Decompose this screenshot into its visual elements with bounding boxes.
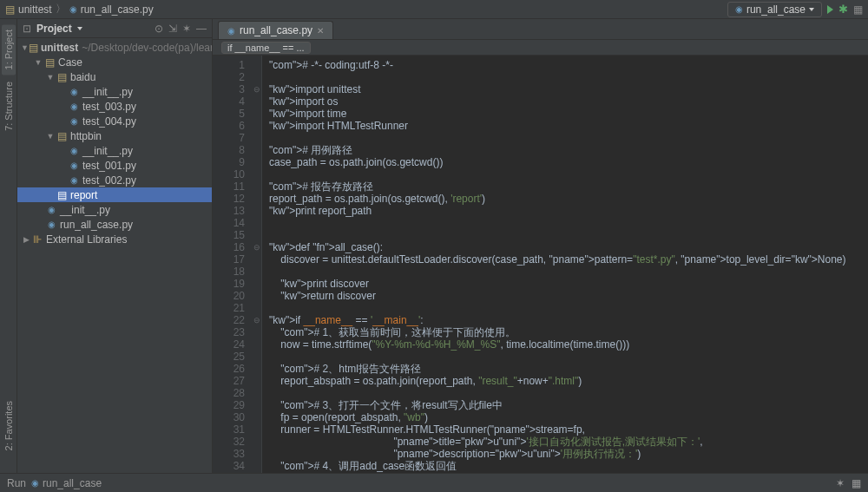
tree-file[interactable]: ◉test_001.py	[17, 158, 212, 173]
python-file-icon: ◉	[69, 4, 77, 14]
tab-favorites[interactable]: 2: Favorites	[2, 396, 16, 456]
breadcrumb-root[interactable]: unittest	[18, 3, 52, 16]
gear-icon[interactable]: ✶	[836, 477, 845, 489]
tree-file[interactable]: ◉__init__.py	[17, 143, 212, 158]
breadcrumb: ▤ unittest 〉 ◉ run_all_case.py	[5, 2, 154, 16]
fold-gutter[interactable]: ⊖⊖⊖⊖	[252, 56, 262, 473]
code-editor[interactable]: "com"># -*- coding:utf-8 -*- "kw">import…	[262, 56, 868, 473]
trash-icon[interactable]: ▦	[852, 477, 861, 489]
tree-file[interactable]: ◉test_002.py	[17, 173, 212, 187]
collapse-icon[interactable]: ⇲	[168, 23, 177, 35]
status-run-label[interactable]: Run	[7, 477, 26, 489]
tree-file[interactable]: ◉run_all_case.py	[17, 217, 212, 232]
python-icon: ◉	[735, 4, 743, 14]
status-run-name[interactable]: run_all_case	[43, 477, 102, 489]
editor-area: ◉ run_all_case.py ✕ if __name__ == ... 1…	[213, 19, 868, 473]
hide-icon[interactable]: —	[196, 23, 207, 35]
tree-file[interactable]: ◉__init__.py	[17, 84, 212, 99]
project-tree[interactable]: ▼▤unittest~/Desktop/dev-code(pa)/lear ▼▤…	[17, 38, 212, 473]
project-panel-title[interactable]: Project	[36, 23, 72, 35]
tree-folder-report[interactable]: ▤report	[17, 187, 212, 202]
tree-folder-baidu[interactable]: ▼▤baidu	[17, 69, 212, 84]
folder-icon: ▤	[5, 3, 15, 16]
editor-breadcrumb-bar: if __name__ == ...	[213, 40, 868, 56]
project-view-icon: ⊡	[23, 23, 31, 35]
tree-root[interactable]: ▼▤unittest~/Desktop/dev-code(pa)/lear	[17, 40, 212, 55]
tree-file[interactable]: ◉test_003.py	[17, 99, 212, 114]
tree-folder-httpbin[interactable]: ▼▤httpbin	[17, 128, 212, 143]
breadcrumb-file[interactable]: run_all_case.py	[81, 3, 154, 16]
locate-icon[interactable]: ⊙	[155, 23, 163, 35]
chevron-down-icon	[809, 8, 814, 11]
run-config-dropdown[interactable]: ◉ run_all_case	[727, 2, 822, 17]
editor-tab-label: run_all_case.py	[240, 24, 312, 36]
editor-body: 1234567891011121314151617181920212223242…	[213, 56, 868, 473]
tab-structure[interactable]: 7: Structure	[2, 76, 16, 136]
more-actions-button[interactable]: ▦	[853, 3, 863, 16]
python-file-icon: ◉	[227, 26, 235, 36]
project-panel: ⊡ Project ⊙ ⇲ ✶ — ▼▤unittest~/Desktop/de…	[17, 19, 213, 473]
main-area: 1: Project 7: Structure 2: Favorites ⊡ P…	[0, 19, 868, 473]
line-number-gutter[interactable]: 1234567891011121314151617181920212223242…	[213, 56, 252, 473]
run-config-label: run_all_case	[746, 3, 806, 16]
status-bar: Run ◉ run_all_case ✶ ▦	[0, 473, 868, 492]
top-breadcrumb-bar: ▤ unittest 〉 ◉ run_all_case.py ◉ run_all…	[0, 0, 868, 19]
debug-button[interactable]: ✱	[838, 3, 848, 16]
tree-folder-case[interactable]: ▼▤Case	[17, 55, 212, 69]
tree-external-libs[interactable]: ▶⊪External Libraries	[17, 232, 212, 246]
chevron-down-icon[interactable]	[77, 27, 82, 30]
editor-tabs: ◉ run_all_case.py ✕	[213, 19, 868, 40]
tree-file[interactable]: ◉__init__.py	[17, 202, 212, 217]
editor-breadcrumb[interactable]: if __name__ == ...	[221, 42, 311, 54]
toolbar-right: ◉ run_all_case ✱ ▦	[727, 2, 863, 17]
chevron-right-icon: 〉	[56, 2, 66, 16]
gear-icon[interactable]: ✶	[182, 23, 191, 35]
left-tool-strip: 1: Project 7: Structure 2: Favorites	[0, 19, 17, 473]
tree-file[interactable]: ◉test_004.py	[17, 114, 212, 128]
tab-project[interactable]: 1: Project	[2, 24, 16, 75]
editor-tab-active[interactable]: ◉ run_all_case.py ✕	[218, 21, 333, 39]
run-button[interactable]	[827, 5, 833, 14]
python-icon: ◉	[31, 478, 39, 488]
close-icon[interactable]: ✕	[317, 26, 324, 36]
project-panel-header: ⊡ Project ⊙ ⇲ ✶ —	[17, 19, 212, 38]
